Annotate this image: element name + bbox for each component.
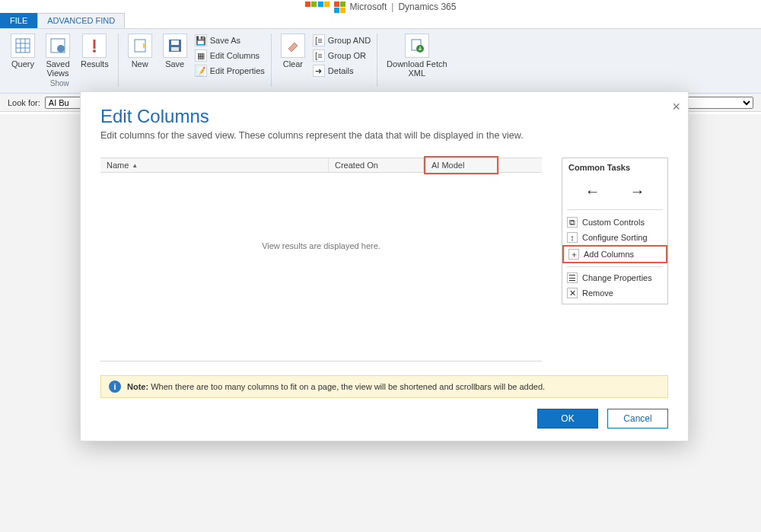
download-fetch-xml-button[interactable]: Download Fetch XML [382, 32, 452, 79]
save-as-icon: 💾 [195, 34, 207, 46]
task-add-columns[interactable]: ＋ Add Columns [562, 245, 667, 263]
task-change-properties-label: Change Properties [582, 273, 652, 282]
save-as-label: Save As [210, 36, 240, 45]
column-header-created-on[interactable]: Created On [329, 158, 424, 172]
details-label: Details [328, 66, 354, 75]
task-custom-controls-label: Custom Controls [582, 218, 645, 227]
dialog-subtitle: Edit columns for the saved view. These c… [100, 130, 668, 141]
saved-views-icon [46, 33, 70, 58]
task-remove[interactable]: ✕ Remove [562, 285, 667, 301]
task-configure-sorting[interactable]: ↕ Configure Sorting [562, 230, 667, 245]
info-icon: i [109, 381, 121, 393]
tab-strip: FILE ADVANCED FIND [0, 14, 761, 29]
save-button[interactable]: Save [158, 32, 192, 70]
ribbon-group-show: Query Saved Views Results Show [6, 32, 113, 90]
task-remove-label: Remove [582, 288, 613, 298]
tab-advanced-find[interactable]: ADVANCED FIND [37, 13, 125, 28]
svg-rect-0 [16, 39, 30, 53]
query-button[interactable]: Query [6, 32, 40, 79]
svg-rect-11 [171, 47, 179, 51]
results-icon [82, 33, 107, 58]
tab-file[interactable]: FILE [0, 13, 37, 28]
group-or-label: Group OR [328, 51, 366, 60]
columns-preview-divider [100, 361, 542, 362]
new-button[interactable]: New [123, 32, 157, 70]
tasks-divider [567, 266, 663, 267]
saved-views-label: Saved Views [46, 59, 69, 78]
new-label: New [132, 59, 148, 68]
task-add-columns-label: Add Columns [584, 250, 634, 259]
results-label: Results [81, 59, 109, 68]
ribbon-save-stack: 💾Save As ▦Edit Columns 📝Edit Properties [193, 32, 266, 78]
save-as-button[interactable]: 💾Save As [193, 33, 266, 47]
query-label: Query [11, 59, 34, 68]
brand-microsoft: Microsoft [350, 2, 387, 12]
add-columns-icon: ＋ [568, 249, 579, 260]
sort-ascending-icon: ▲ [132, 162, 138, 169]
brand-product: Dynamics 365 [398, 2, 456, 12]
dialog-body: Name ▲ Created On AI Model View results … [81, 147, 688, 366]
note-bar: i Note: When there are too many columns … [100, 375, 668, 398]
ribbon-separator [271, 33, 272, 87]
task-custom-controls[interactable]: ⧉ Custom Controls [562, 215, 667, 230]
column-header-spacer [498, 158, 542, 172]
edit-columns-dialog: × Edit Columns Edit columns for the save… [80, 91, 689, 441]
new-icon [128, 33, 152, 58]
clear-button[interactable]: Clear [276, 32, 310, 70]
save-label: Save [165, 59, 184, 68]
clear-icon [281, 33, 305, 58]
ribbon-group-show-label: Show [6, 79, 113, 90]
change-properties-icon: ☰ [567, 272, 578, 283]
task-change-properties[interactable]: ☰ Change Properties [562, 270, 667, 285]
look-for-label: Look for: [8, 98, 40, 107]
download-xml-icon [405, 33, 429, 58]
brand-bar: Microsoft | Dynamics 365 [0, 0, 761, 14]
look-for-secondary-select[interactable] [685, 97, 753, 109]
edit-columns-label: Edit Columns [210, 51, 260, 60]
dialog-title: Edit Columns [100, 106, 668, 127]
edit-columns-button[interactable]: ▦Edit Columns [193, 49, 266, 62]
ribbon-separator [377, 33, 377, 87]
configure-sorting-icon: ↕ [567, 232, 578, 243]
group-and-label: Group AND [328, 36, 371, 45]
ribbon-group-stack: [≡Group AND [≡Group OR ➜Details [311, 32, 372, 78]
move-left-button[interactable]: ← [585, 183, 600, 200]
results-button[interactable]: Results [76, 32, 113, 79]
details-button[interactable]: ➜Details [311, 64, 372, 78]
note-label: Note: [127, 382, 148, 391]
dialog-footer: OK Cancel [81, 398, 688, 441]
brand-separator: | [391, 2, 393, 12]
reorder-arrows: ← → [562, 177, 667, 206]
ok-button[interactable]: OK [537, 409, 598, 428]
group-and-icon: [≡ [313, 34, 325, 46]
custom-controls-icon: ⧉ [567, 217, 578, 228]
microsoft-logo-icon [305, 2, 330, 12]
dialog-header: Edit Columns Edit columns for the saved … [81, 92, 688, 147]
save-icon [163, 33, 187, 58]
edit-columns-icon: ▦ [195, 49, 207, 62]
columns-preview: Name ▲ Created On AI Model View results … [100, 158, 542, 362]
grid-icon [11, 33, 35, 58]
column-header-ai-model[interactable]: AI Model [424, 156, 498, 174]
column-header-name[interactable]: Name ▲ [100, 158, 329, 172]
edit-properties-label: Edit Properties [210, 66, 265, 75]
saved-views-button[interactable]: Saved Views [41, 32, 75, 79]
group-or-button[interactable]: [≡Group OR [311, 49, 372, 62]
close-icon[interactable]: × [672, 100, 680, 113]
download-fetch-xml-label: Download Fetch XML [387, 59, 447, 78]
column-headers: Name ▲ Created On AI Model [100, 158, 542, 173]
task-configure-sorting-label: Configure Sorting [582, 233, 648, 242]
tasks-divider [567, 209, 663, 210]
remove-icon: ✕ [567, 288, 578, 298]
edit-properties-icon: 📝 [195, 65, 207, 77]
cancel-button[interactable]: Cancel [607, 409, 668, 428]
group-or-icon: [≡ [313, 49, 325, 62]
svg-point-6 [57, 45, 65, 53]
common-tasks-panel: Common Tasks ← → ⧉ Custom Controls ↕ Con… [562, 158, 668, 304]
group-and-button[interactable]: [≡Group AND [311, 33, 372, 47]
move-right-button[interactable]: → [630, 183, 645, 200]
ribbon-separator [118, 33, 119, 87]
edit-properties-button[interactable]: 📝Edit Properties [193, 64, 266, 78]
common-tasks-title: Common Tasks [562, 161, 667, 177]
empty-results-message: View results are displayed here. [100, 173, 542, 296]
